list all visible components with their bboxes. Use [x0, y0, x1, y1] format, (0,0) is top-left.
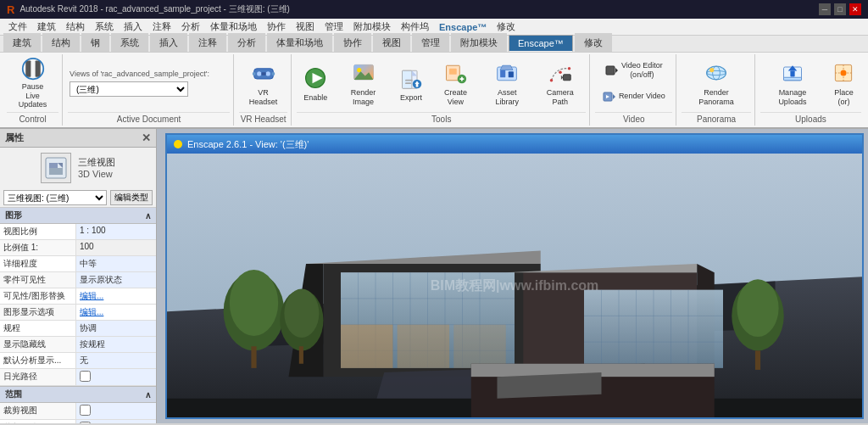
tab-insert[interactable]: 插入 — [150, 33, 187, 52]
manage-uploads-button[interactable]: Manage Uploads — [760, 57, 825, 109]
svg-rect-7 — [252, 72, 255, 75]
tab-steel[interactable]: 钢 — [81, 33, 109, 52]
export-icon — [398, 64, 425, 92]
render-image-label: Render Image — [340, 88, 387, 107]
panel-header: 属性 ✕ — [0, 129, 156, 148]
group-active-doc-label: Active Document — [68, 112, 230, 124]
svg-marker-103 — [498, 372, 602, 399]
video-editor-button[interactable]: Video Editor(on/off) — [602, 58, 666, 83]
export-label: Export — [400, 93, 422, 103]
enscape-window: Enscape 2.6.1 - View: '(三维)' — [165, 133, 864, 419]
close-button[interactable]: ✕ — [849, 3, 861, 15]
prop-row: 详细程度 中等 — [0, 256, 156, 272]
render-panorama-button[interactable]: Render Panorama — [682, 57, 751, 109]
panel-title: 属性 — [5, 131, 24, 144]
svg-marker-30 — [500, 65, 513, 70]
group-uploads-label: Uploads — [760, 112, 861, 124]
svg-rect-23 — [449, 69, 457, 75]
properties-table: 视图比例 1 : 100 比例值 1: 100 详细程度 中等 零件可见性 显示… — [0, 224, 156, 423]
group-video-label: Video — [595, 112, 672, 124]
enscape-title: Enscape 2.6.1 - View: '(三维)' — [187, 138, 309, 151]
svg-point-91 — [230, 270, 278, 336]
prop-row: 规程 协调 — [0, 321, 156, 337]
group-panorama: Render Panorama Panorama — [678, 54, 755, 126]
svg-rect-34 — [563, 75, 570, 81]
asset-library-icon — [493, 59, 520, 87]
svg-rect-28 — [500, 70, 505, 78]
video-editor-icon — [605, 64, 619, 77]
crop-visible-checkbox[interactable] — [80, 422, 91, 423]
svg-rect-18 — [405, 79, 413, 81]
render-image-icon — [350, 59, 377, 87]
group-video: Video Editor(on/off) Render Video — [592, 54, 676, 126]
doc-view-select[interactable]: (三维) — [70, 81, 188, 97]
camera-path-button[interactable]: Camera Path — [534, 57, 586, 109]
svg-rect-79 — [398, 325, 450, 368]
asset-library-label: Asset Library — [486, 88, 528, 107]
tab-arch[interactable]: 建筑 — [3, 33, 41, 52]
crop-view-checkbox[interactable] — [80, 405, 91, 416]
asset-library-button[interactable]: Asset Library — [481, 57, 532, 109]
prop-row: 日光路径 — [0, 369, 156, 386]
svg-rect-0 — [25, 60, 31, 76]
place-icon — [830, 59, 857, 87]
prop-row: 默认分析显示... 无 — [0, 353, 156, 369]
edit-type-button[interactable]: 编辑类型 — [110, 190, 153, 205]
svg-point-52 — [841, 70, 847, 76]
vr-headset-button[interactable]: VR Headset — [239, 57, 287, 109]
render-image-button[interactable]: Render Image — [336, 57, 391, 109]
svg-rect-26 — [461, 77, 463, 81]
place-button[interactable]: Place(or) — [826, 57, 861, 109]
view-type-title: 三维视图 3D View — [78, 156, 115, 181]
svg-point-5 — [265, 71, 270, 75]
tab-view[interactable]: 视图 — [373, 33, 410, 52]
prop-row: 裁剪视图 — [0, 403, 156, 420]
tab-enscape[interactable]: Enscape™ — [509, 35, 573, 52]
pause-icon — [19, 57, 47, 81]
place-label: Place(or) — [834, 88, 854, 107]
export-button[interactable]: Export — [392, 57, 430, 109]
tab-annotate[interactable]: 注释 — [189, 33, 226, 52]
svg-rect-36 — [606, 66, 615, 75]
render-panorama-label: Render Panorama — [686, 88, 747, 107]
svg-point-41 — [707, 66, 726, 80]
svg-rect-98 — [755, 350, 760, 370]
viewport-area: Enscape 2.6.1 - View: '(三维)' — [157, 129, 868, 423]
tab-collab[interactable]: 协作 — [334, 33, 371, 52]
create-view-icon — [442, 59, 469, 87]
svg-rect-6 — [261, 72, 265, 75]
tab-addons[interactable]: 附加模块 — [451, 33, 507, 52]
prop-row: 显示隐藏线 按规程 — [0, 337, 156, 353]
enscape-dot — [174, 140, 182, 148]
tab-system[interactable]: 系统 — [111, 33, 148, 52]
tab-manage[interactable]: 管理 — [412, 33, 449, 52]
group-tools: Enable — [293, 54, 590, 126]
render-video-button[interactable]: Render Video — [599, 85, 669, 109]
view-select-dropdown[interactable]: 三维视图: (三维) — [3, 190, 107, 205]
tab-struct[interactable]: 结构 — [42, 33, 80, 52]
minimize-button[interactable]: ─ — [819, 3, 831, 15]
svg-rect-48 — [783, 77, 801, 81]
maximize-button[interactable]: □ — [834, 3, 846, 15]
tab-modify[interactable]: 修改 — [575, 33, 612, 52]
prop-row: 裁剪区域可见 — [0, 420, 156, 423]
create-view-button[interactable]: Create View — [431, 57, 480, 109]
group-active-doc: Views of 'rac_advanced_sample_project': … — [64, 54, 234, 126]
tab-mass[interactable]: 体量和场地 — [267, 33, 332, 52]
title-bar: R Autodesk Revit 2018 - rac_advanced_sam… — [0, 0, 868, 19]
doc-views-label: Views of 'rac_advanced_sample_project': — [70, 70, 209, 78]
svg-point-33 — [568, 67, 571, 70]
menu-item-enscape[interactable]: Enscape™ — [434, 20, 492, 34]
pause-live-updates-button[interactable]: PauseLive Updates — [7, 57, 58, 109]
sunpath-checkbox[interactable] — [80, 371, 91, 382]
svg-point-44 — [709, 68, 714, 72]
svg-rect-80 — [453, 325, 506, 368]
panel-close-button[interactable]: ✕ — [142, 131, 151, 144]
vr-headset-label: VR Headset — [243, 88, 283, 107]
camera-path-icon — [547, 59, 574, 87]
enable-button[interactable]: Enable — [297, 57, 334, 109]
svg-rect-1 — [35, 60, 40, 76]
svg-rect-29 — [509, 71, 514, 77]
tab-analyze[interactable]: 分析 — [228, 33, 265, 52]
panel-section-range: 范围 ∧ — [0, 386, 156, 403]
